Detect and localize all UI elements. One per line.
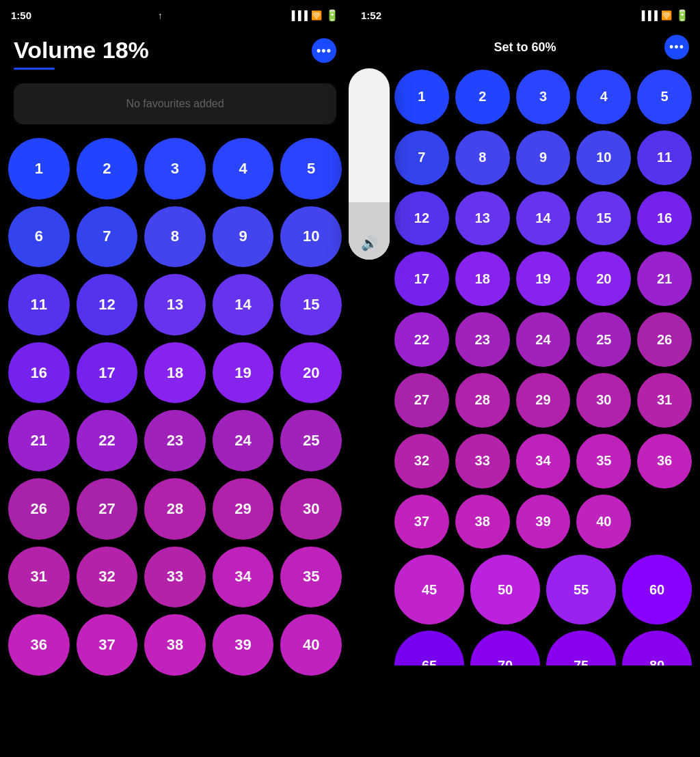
right-number-button-40[interactable]: 40 bbox=[576, 495, 631, 549]
left-time: 1:50 bbox=[11, 10, 31, 21]
left-panel: 1:50 ↑ ▐▐▐ 🛜 🔋 Volume 18% ••• No favouri… bbox=[0, 0, 350, 757]
right-number-button-23[interactable]: 23 bbox=[455, 312, 510, 367]
right-number-button-34[interactable]: 34 bbox=[516, 434, 571, 488]
right-number-button-3[interactable]: 3 bbox=[516, 70, 571, 124]
right-number-button-25[interactable]: 25 bbox=[576, 312, 631, 367]
right-number-button-30[interactable]: 30 bbox=[576, 373, 631, 428]
right-number-button-35[interactable]: 35 bbox=[576, 434, 631, 488]
right-number-button-11[interactable]: 11 bbox=[637, 130, 692, 185]
right-number-button-19[interactable]: 19 bbox=[516, 251, 571, 306]
number-button-1[interactable]: 1 bbox=[8, 138, 70, 199]
right-number-button-60[interactable]: 60 bbox=[622, 555, 692, 624]
number-button-25[interactable]: 25 bbox=[280, 410, 342, 471]
right-number-button-10[interactable]: 10 bbox=[576, 130, 631, 185]
right-number-button-28[interactable]: 28 bbox=[455, 373, 510, 428]
number-button-33[interactable]: 33 bbox=[144, 547, 206, 608]
right-number-button-24[interactable]: 24 bbox=[516, 312, 571, 367]
number-button-31[interactable]: 31 bbox=[8, 547, 70, 608]
right-number-button-22[interactable]: 22 bbox=[394, 312, 449, 367]
number-button-18[interactable]: 18 bbox=[144, 342, 206, 404]
number-button-9[interactable]: 9 bbox=[213, 206, 274, 268]
right-number-button-38[interactable]: 38 bbox=[455, 495, 510, 549]
left-time-icon: ↑ bbox=[158, 10, 163, 20]
right-number-button-45[interactable]: 45 bbox=[394, 555, 464, 624]
number-button-16[interactable]: 16 bbox=[8, 342, 70, 404]
right-number-button-20[interactable]: 20 bbox=[576, 251, 631, 306]
number-button-6[interactable]: 6 bbox=[8, 206, 70, 268]
right-number-button-31[interactable]: 31 bbox=[637, 373, 692, 428]
number-button-4[interactable]: 4 bbox=[213, 138, 274, 199]
left-number-grid: 1234567891011121314151617181920212223242… bbox=[8, 138, 342, 676]
number-button-38[interactable]: 38 bbox=[144, 614, 206, 676]
number-button-39[interactable]: 39 bbox=[213, 614, 274, 676]
number-button-27[interactable]: 27 bbox=[77, 478, 138, 540]
number-button-40[interactable]: 40 bbox=[280, 614, 342, 676]
right-number-button-70[interactable]: 70 bbox=[470, 631, 540, 665]
volume-underline bbox=[14, 68, 55, 70]
left-more-button[interactable]: ••• bbox=[312, 38, 336, 63]
right-number-button-21[interactable]: 21 bbox=[637, 251, 692, 306]
number-button-20[interactable]: 20 bbox=[280, 342, 342, 404]
right-number-button-16[interactable]: 16 bbox=[637, 191, 692, 246]
number-button-19[interactable]: 19 bbox=[213, 342, 274, 404]
right-number-button-39[interactable]: 39 bbox=[516, 495, 571, 549]
number-button-3[interactable]: 3 bbox=[144, 138, 206, 199]
volume-title-row: Volume 18% ••• bbox=[14, 37, 336, 64]
right-number-button-37[interactable]: 37 bbox=[394, 495, 449, 549]
right-number-button-15[interactable]: 15 bbox=[576, 191, 631, 246]
battery-icon: 🔋 bbox=[325, 9, 339, 22]
number-button-11[interactable]: 11 bbox=[8, 274, 70, 335]
right-number-button-50[interactable]: 50 bbox=[470, 555, 540, 624]
number-button-26[interactable]: 26 bbox=[8, 478, 70, 540]
volume-speaker-icon: 🔊 bbox=[361, 235, 378, 251]
number-button-36[interactable]: 36 bbox=[8, 614, 70, 676]
number-button-17[interactable]: 17 bbox=[77, 342, 138, 404]
right-number-button-75[interactable]: 75 bbox=[546, 631, 616, 665]
number-button-34[interactable]: 34 bbox=[213, 547, 274, 608]
right-battery-icon: 🔋 bbox=[675, 9, 689, 22]
number-button-30[interactable]: 30 bbox=[280, 478, 342, 540]
right-number-button-2[interactable]: 2 bbox=[455, 70, 510, 124]
right-number-button-9[interactable]: 9 bbox=[516, 130, 571, 185]
number-button-28[interactable]: 28 bbox=[144, 478, 206, 540]
right-number-button-36[interactable]: 36 bbox=[637, 434, 692, 488]
number-button-14[interactable]: 14 bbox=[213, 274, 274, 335]
number-button-23[interactable]: 23 bbox=[144, 410, 206, 471]
number-button-13[interactable]: 13 bbox=[144, 274, 206, 335]
number-button-2[interactable]: 2 bbox=[77, 138, 138, 199]
right-number-button-18[interactable]: 18 bbox=[455, 251, 510, 306]
right-number-button-29[interactable]: 29 bbox=[516, 373, 571, 428]
number-button-37[interactable]: 37 bbox=[77, 614, 138, 676]
right-number-button-7[interactable]: 7 bbox=[394, 130, 449, 185]
number-button-24[interactable]: 24 bbox=[213, 410, 274, 471]
number-button-5[interactable]: 5 bbox=[280, 138, 342, 199]
right-number-button-14[interactable]: 14 bbox=[516, 191, 571, 246]
volume-slider-overlay[interactable]: 🔊 bbox=[349, 68, 390, 260]
right-number-button-5[interactable]: 5 bbox=[637, 70, 692, 124]
right-number-button-32[interactable]: 32 bbox=[394, 434, 449, 488]
right-number-button-33[interactable]: 33 bbox=[455, 434, 510, 488]
right-number-button-1[interactable]: 1 bbox=[394, 70, 449, 124]
number-button-35[interactable]: 35 bbox=[280, 547, 342, 608]
right-more-button[interactable]: ••• bbox=[664, 35, 689, 59]
number-button-15[interactable]: 15 bbox=[280, 274, 342, 335]
right-number-button-65[interactable]: 65 bbox=[394, 631, 464, 665]
right-number-button-26[interactable]: 26 bbox=[637, 312, 692, 367]
right-panel: 1:52 ▐▐▐ 🛜 🔋 Set to 60% ••• 123457891011… bbox=[350, 0, 700, 757]
right-number-button-13[interactable]: 13 bbox=[455, 191, 510, 246]
number-button-12[interactable]: 12 bbox=[77, 274, 138, 335]
right-number-button-17[interactable]: 17 bbox=[394, 251, 449, 306]
number-button-29[interactable]: 29 bbox=[213, 478, 274, 540]
number-button-32[interactable]: 32 bbox=[77, 547, 138, 608]
right-number-button-12[interactable]: 12 bbox=[394, 191, 449, 246]
right-number-button-4[interactable]: 4 bbox=[576, 70, 631, 124]
number-button-21[interactable]: 21 bbox=[8, 410, 70, 471]
right-number-button-55[interactable]: 55 bbox=[546, 555, 616, 624]
right-number-button-8[interactable]: 8 bbox=[455, 130, 510, 185]
number-button-22[interactable]: 22 bbox=[77, 410, 138, 471]
right-number-button-80[interactable]: 80 bbox=[622, 631, 692, 665]
number-button-8[interactable]: 8 bbox=[144, 206, 206, 268]
number-button-10[interactable]: 10 bbox=[280, 206, 342, 268]
right-number-button-27[interactable]: 27 bbox=[394, 373, 449, 428]
number-button-7[interactable]: 7 bbox=[77, 206, 138, 268]
